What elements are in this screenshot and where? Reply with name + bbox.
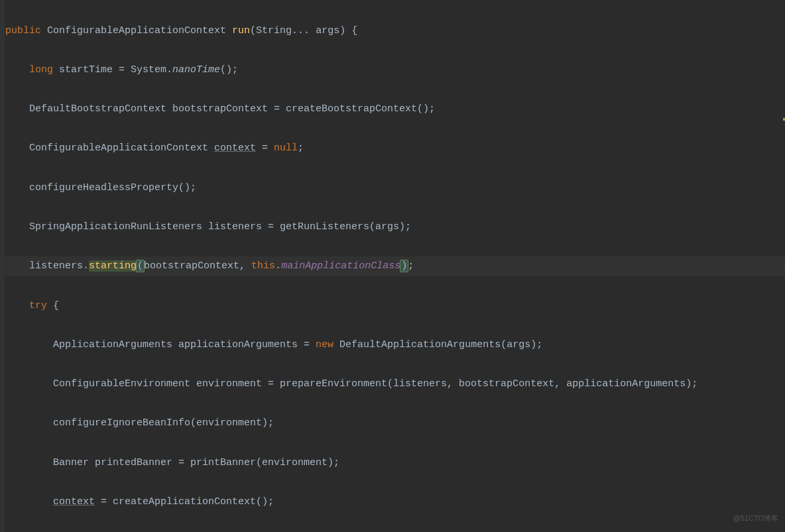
code-line-highlighted: listeners.starting(bootstrapContext, thi… xyxy=(5,256,785,276)
code-line: ApplicationArguments applicationArgument… xyxy=(5,335,785,355)
code-line: public ConfigurableApplicationContext ru… xyxy=(5,21,785,41)
code-line: ConfigurableEnvironment environment = pr… xyxy=(5,374,785,394)
code-line: SpringApplicationRunListeners listeners … xyxy=(5,217,785,237)
code-line: DefaultBootstrapContext bootstrapContext… xyxy=(5,99,785,119)
code-line: configureHeadlessProperty(); xyxy=(5,178,785,198)
code-line: try { xyxy=(5,296,785,316)
watermark-label: @51CTO博客 xyxy=(733,509,778,529)
code-line: ConfigurableApplicationContext context =… xyxy=(5,138,785,158)
code-line: context = createApplicationContext(); xyxy=(5,492,785,512)
code-line: configureIgnoreBeanInfo(environment); xyxy=(5,413,785,433)
code-line: Banner printedBanner = printBanner(envir… xyxy=(5,453,785,473)
code-line: long startTime = System.nanoTime(); xyxy=(5,60,785,80)
code-editor[interactable]: public ConfigurableApplicationContext ru… xyxy=(0,0,785,532)
